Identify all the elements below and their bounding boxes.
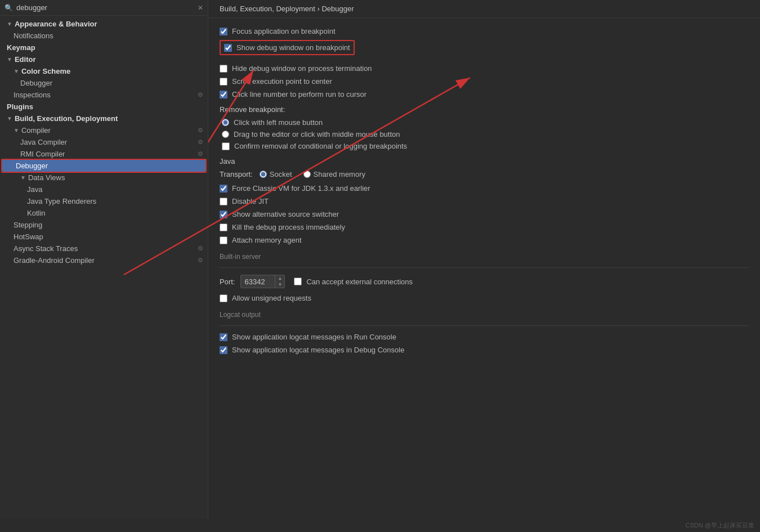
arrow-icon: ▼ bbox=[7, 21, 12, 27]
click-line-num-checkbox[interactable] bbox=[220, 91, 227, 99]
settings-icon: ⚙ bbox=[198, 150, 203, 158]
remove-breakpoint-label: Remove breakpoint: bbox=[220, 105, 749, 114]
sidebar-item-compiler[interactable]: ▼ Compiler ⚙ bbox=[0, 124, 208, 136]
force-classic-row: Force Classic VM for JDK 1.3.x and earli… bbox=[220, 184, 749, 193]
port-row: Port: ▲ ▼ Can accept external connection… bbox=[220, 275, 749, 288]
sidebar-item-rmi-compiler[interactable]: RMI Compiler ⚙ bbox=[0, 148, 208, 160]
sidebar-item-build-exec[interactable]: ▼ Build, Execution, Deployment bbox=[0, 113, 208, 124]
logcat-debug-checkbox[interactable] bbox=[220, 346, 227, 354]
arrow-icon: ▼ bbox=[7, 115, 12, 122]
rb-drag-row: Drag to the editor or click with middle … bbox=[220, 130, 749, 138]
watermark-text: CSDN @早上起床买豆浆 bbox=[686, 522, 754, 529]
force-classic-checkbox[interactable] bbox=[220, 185, 227, 193]
disable-jit-checkbox[interactable] bbox=[220, 198, 227, 205]
sidebar-item-gradle-android[interactable]: Gradle-Android Compiler ⚙ bbox=[0, 254, 208, 266]
breadcrumb-path: Build, Execution, Deployment bbox=[220, 5, 315, 13]
force-classic-label: Force Classic VM for JDK 1.3.x and earli… bbox=[232, 184, 370, 193]
sidebar-item-keymap[interactable]: Keymap bbox=[0, 42, 208, 53]
sidebar-item-label: Notifications bbox=[14, 32, 53, 40]
external-conn-checkbox[interactable] bbox=[294, 278, 302, 285]
sidebar-item-debugger-color[interactable]: Debugger bbox=[0, 77, 208, 89]
sidebar-item-inspections[interactable]: Inspections ⚙ bbox=[0, 89, 208, 101]
nav-tree: ▼ Appearance & Behavior Notifications Ke… bbox=[0, 16, 208, 519]
focus-app-checkbox[interactable] bbox=[220, 28, 227, 35]
transport-shared-radio[interactable] bbox=[303, 171, 311, 178]
allow-unsigned-checkbox[interactable] bbox=[220, 294, 227, 302]
transport-socket-radio[interactable] bbox=[260, 171, 267, 178]
sidebar-item-java-compiler[interactable]: Java Compiler ⚙ bbox=[0, 136, 208, 148]
sidebar-item-editor[interactable]: ▼ Editor bbox=[0, 53, 208, 65]
show-debug-window-checkbox[interactable] bbox=[224, 44, 232, 52]
content-area: Build, Execution, Deployment › Debugger … bbox=[208, 0, 760, 519]
transport-socket-option: Socket bbox=[260, 170, 292, 178]
scroll-exec-row: Scroll execution point to center bbox=[220, 77, 749, 86]
arrow-icon: ▼ bbox=[7, 56, 12, 62]
show-alt-source-label: Show alternative source switcher bbox=[232, 210, 339, 218]
settings-icon: ⚙ bbox=[198, 91, 203, 99]
logcat-debug-row: Show application logcat messages in Debu… bbox=[220, 346, 749, 354]
clear-search-button[interactable]: ✕ bbox=[198, 4, 203, 12]
sidebar-item-plugins[interactable]: Plugins bbox=[0, 101, 208, 113]
rb-click-radio[interactable] bbox=[222, 119, 229, 126]
port-spinner: ▲ ▼ bbox=[275, 275, 284, 288]
show-alt-source-checkbox[interactable] bbox=[220, 211, 227, 218]
sidebar-item-label: Inspections bbox=[14, 91, 51, 99]
settings-icon: ⚙ bbox=[198, 127, 203, 134]
sidebar-item-label: Editor bbox=[15, 55, 36, 64]
sidebar-item-stepping[interactable]: Stepping bbox=[0, 219, 208, 231]
arrow-icon: ▼ bbox=[20, 175, 26, 181]
breadcrumb: Build, Execution, Deployment › Debugger bbox=[208, 0, 760, 18]
attach-memory-checkbox[interactable] bbox=[220, 236, 227, 244]
sidebar-item-label: RMI Compiler bbox=[20, 150, 65, 158]
watermark: CSDN @早上起床买豆浆 bbox=[0, 519, 760, 532]
settings-icon: ⚙ bbox=[198, 245, 203, 252]
sidebar-item-label: Gradle-Android Compiler bbox=[14, 256, 95, 265]
sidebar-item-label: Keymap bbox=[7, 43, 35, 52]
sidebar: 🔍 ✕ ▼ Appearance & Behavior Notification… bbox=[0, 0, 208, 519]
sidebar-item-label: Debugger bbox=[20, 79, 52, 87]
kill-debug-checkbox[interactable] bbox=[220, 223, 227, 231]
transport-label: Transport: bbox=[220, 170, 253, 178]
sidebar-item-kotlin[interactable]: Kotlin bbox=[0, 207, 208, 219]
logcat-run-checkbox[interactable] bbox=[220, 333, 227, 341]
sidebar-item-java-dv[interactable]: Java bbox=[0, 184, 208, 195]
confirm-removal-row: Confirm removal of conditional or loggin… bbox=[220, 142, 749, 150]
settings-panel: Focus application on breakpoint Show deb… bbox=[208, 18, 760, 519]
sidebar-item-data-views[interactable]: ▼ Data Views bbox=[0, 172, 208, 184]
sidebar-item-label: Async Stack Traces bbox=[14, 244, 78, 253]
sidebar-item-debugger-main[interactable]: Debugger bbox=[2, 160, 205, 172]
sidebar-item-label: Appearance & Behavior bbox=[15, 20, 97, 28]
port-label: Port: bbox=[220, 278, 235, 286]
sidebar-item-label: Java bbox=[27, 185, 42, 194]
sidebar-item-label: Java Compiler bbox=[20, 138, 67, 146]
logcat-run-row: Show application logcat messages in Run … bbox=[220, 333, 749, 341]
sidebar-item-label: Kotlin bbox=[27, 209, 46, 217]
rb-drag-label: Drag to the editor or click with middle … bbox=[234, 130, 400, 138]
port-increment-button[interactable]: ▲ bbox=[275, 275, 284, 281]
rb-drag-radio[interactable] bbox=[222, 131, 229, 138]
sidebar-item-async-stack[interactable]: Async Stack Traces ⚙ bbox=[0, 243, 208, 254]
sidebar-item-java-type-renderers[interactable]: Java Type Renderers bbox=[0, 195, 208, 207]
port-input[interactable] bbox=[241, 276, 275, 287]
search-input[interactable] bbox=[16, 3, 198, 12]
settings-icon: ⚙ bbox=[198, 138, 203, 146]
sidebar-item-hotswap[interactable]: HotSwap bbox=[0, 231, 208, 243]
disable-jit-row: Disable JIT bbox=[220, 197, 749, 205]
sidebar-item-notifications[interactable]: Notifications bbox=[0, 30, 208, 42]
sidebar-item-label: Compiler bbox=[21, 126, 51, 135]
show-debug-window-row: Show debug window on breakpoint bbox=[220, 40, 355, 55]
hide-debug-window-checkbox[interactable] bbox=[220, 65, 227, 73]
port-decrement-button[interactable]: ▼ bbox=[275, 281, 284, 288]
scroll-exec-checkbox[interactable] bbox=[220, 78, 227, 86]
sidebar-item-label: Plugins bbox=[7, 102, 33, 111]
hide-debug-window-row: Hide debug window on process termination bbox=[220, 64, 749, 73]
sidebar-item-color-scheme[interactable]: ▼ Color Scheme bbox=[0, 65, 208, 77]
arrow-icon: ▼ bbox=[14, 127, 19, 133]
arrow-icon: ▼ bbox=[14, 68, 19, 74]
builtin-server-label: Built-in server bbox=[220, 253, 261, 261]
focus-app-row: Focus application on breakpoint bbox=[220, 27, 749, 35]
sidebar-item-appearance[interactable]: ▼ Appearance & Behavior bbox=[0, 18, 208, 30]
attach-memory-row: Attach memory agent bbox=[220, 236, 749, 244]
confirm-removal-checkbox[interactable] bbox=[222, 142, 230, 150]
java-section-label: Java bbox=[220, 157, 749, 166]
